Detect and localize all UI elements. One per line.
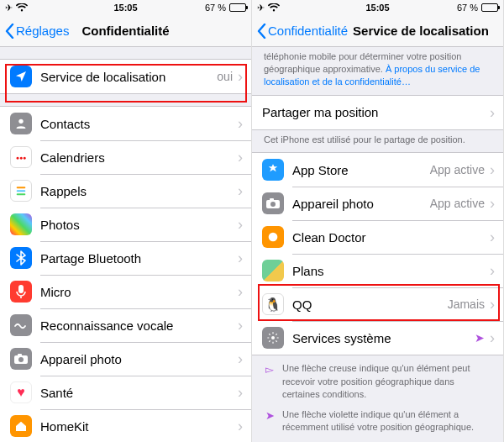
- chevron-right-icon: ›: [238, 116, 243, 131]
- wifi-icon: [16, 3, 28, 12]
- svg-point-0: [18, 119, 23, 124]
- screen-location: ✈︎ 15:05 67 % Confidentialité Service de…: [252, 0, 504, 442]
- navbar-privacy: Réglages Confidentialité: [0, 15, 251, 47]
- share-position-cell[interactable]: Partager ma position ›: [252, 96, 503, 129]
- battery-pct: 67 %: [205, 3, 226, 13]
- status-bar: ✈︎ 15:05 67 %: [0, 0, 251, 15]
- app-cell-sys[interactable]: Services système➤›: [252, 321, 503, 355]
- cell-label: Contacts: [40, 117, 238, 131]
- maps-icon: [262, 260, 284, 282]
- cell-label: Clean Doctor: [292, 230, 490, 245]
- cell-label: Photos: [40, 218, 238, 232]
- chevron-right-icon: ›: [238, 284, 243, 299]
- app-cell-appstore[interactable]: App StoreApp active›: [252, 153, 503, 187]
- navbar-location: Confidentialité Service de localisation: [252, 15, 503, 47]
- mic-icon: [10, 281, 32, 303]
- loc-icon: [10, 66, 32, 87]
- chevron-right-icon: ›: [238, 318, 243, 333]
- location-arrow-icon: ➤: [475, 331, 485, 345]
- back-button[interactable]: Réglages: [5, 24, 69, 39]
- cell-label: Services système: [292, 331, 475, 345]
- chevron-right-icon: ›: [490, 196, 495, 211]
- legend-row: ◅Une flèche creuse indique qu'un élément…: [264, 362, 491, 401]
- navbar-title: Service de localisation: [353, 24, 489, 38]
- svg-rect-1: [17, 187, 26, 188]
- cell-label: Micro: [40, 285, 238, 299]
- privacy-cell-speech[interactable]: Reconnaissance vocale›: [0, 308, 251, 342]
- privacy-cell-photos[interactable]: Photos›: [0, 208, 251, 241]
- cell-detail: App active: [430, 197, 485, 210]
- chevron-right-icon: ›: [238, 351, 243, 366]
- top-note: téléphonie mobile pour déterminer votre …: [252, 47, 503, 95]
- cal-icon: ●●●: [10, 146, 32, 168]
- svg-rect-11: [270, 198, 274, 201]
- chevron-right-icon: ›: [490, 229, 495, 245]
- chevron-right-icon: ›: [490, 105, 495, 120]
- cell-label: Partage Bluetooth: [40, 251, 238, 266]
- privacy-cell-mic[interactable]: Micro›: [0, 275, 251, 308]
- health-icon: ♥: [10, 381, 32, 403]
- chevron-right-icon: ›: [238, 250, 243, 266]
- privacy-cell-homekit[interactable]: HomeKit›: [0, 409, 251, 442]
- battery-icon: [229, 3, 246, 12]
- cell-detail: oui: [217, 70, 233, 83]
- cell-label: Rappels: [40, 184, 238, 198]
- cell-label: QQ: [292, 297, 448, 312]
- cell-label: Service de localisation: [40, 70, 217, 84]
- back-button[interactable]: Confidentialité: [257, 24, 348, 39]
- cell-detail: App active: [430, 163, 485, 176]
- svg-point-6: [18, 357, 24, 362]
- app-cell-qq[interactable]: 🐧QQJamais›: [252, 287, 503, 321]
- cell-label: HomeKit: [40, 419, 238, 434]
- wifi-icon: [268, 3, 280, 12]
- legend-text: Une flèche creuse indique qu'un élément …: [282, 362, 491, 401]
- speech-icon: [10, 314, 32, 336]
- battery-icon: [481, 3, 498, 12]
- svg-point-10: [270, 202, 276, 207]
- cell-detail: Jamais: [448, 297, 485, 311]
- privacy-cell-contacts[interactable]: Contacts›: [0, 107, 251, 140]
- privacy-cell-health[interactable]: ♥Santé›: [0, 376, 251, 409]
- chevron-right-icon: ›: [238, 217, 243, 232]
- camapp-icon: [262, 192, 284, 214]
- back-label: Réglages: [16, 24, 69, 38]
- app-cell-clean[interactable]: Clean Doctor›: [252, 220, 503, 254]
- svg-rect-3: [17, 193, 26, 195]
- chevron-right-icon: ›: [238, 183, 243, 198]
- cell-label: Plans: [292, 264, 490, 278]
- photos-icon: [10, 213, 32, 235]
- privacy-cell-cam[interactable]: Appareil photo›: [0, 342, 251, 376]
- chevron-right-icon: ›: [238, 418, 243, 434]
- chevron-right-icon: ›: [490, 263, 495, 278]
- chevron-right-icon: ›: [238, 69, 243, 84]
- svg-point-12: [269, 233, 278, 242]
- chevron-right-icon: ›: [238, 150, 243, 165]
- navbar-title: Confidentialité: [81, 24, 169, 38]
- clean-icon: [262, 226, 284, 248]
- share-position-label: Partager ma position: [262, 105, 490, 119]
- app-cell-camapp[interactable]: Appareil photoApp active›: [252, 187, 503, 220]
- battery-pct: 67 %: [457, 3, 478, 13]
- airplane-icon: ✈︎: [257, 3, 265, 13]
- privacy-cell-location[interactable]: Service de localisationoui›: [0, 60, 251, 93]
- legend-row: ➤Une flèche violette indique qu'un éléme…: [264, 408, 491, 434]
- privacy-cell-bt[interactable]: Partage Bluetooth›: [0, 241, 251, 275]
- svg-rect-4: [18, 285, 24, 293]
- rem-icon: [10, 180, 32, 202]
- legend-arrow-icon: ◅: [264, 362, 276, 401]
- privacy-cell-rem[interactable]: Rappels›: [0, 174, 251, 208]
- cell-label: Santé: [40, 386, 238, 400]
- appstore-icon: [262, 159, 284, 181]
- sys-icon: [262, 327, 284, 349]
- svg-rect-2: [17, 190, 26, 192]
- svg-point-13: [271, 336, 275, 339]
- contacts-icon: [10, 113, 32, 134]
- privacy-cell-cal[interactable]: ●●●Calendriers›: [0, 140, 251, 174]
- cell-label: Appareil photo: [292, 197, 430, 211]
- cell-label: Appareil photo: [40, 352, 238, 366]
- chevron-right-icon: ›: [490, 297, 495, 312]
- status-time: 15:05: [365, 3, 389, 13]
- svg-rect-7: [18, 354, 22, 356]
- qq-icon: 🐧: [262, 293, 284, 315]
- app-cell-maps[interactable]: Plans›: [252, 254, 503, 287]
